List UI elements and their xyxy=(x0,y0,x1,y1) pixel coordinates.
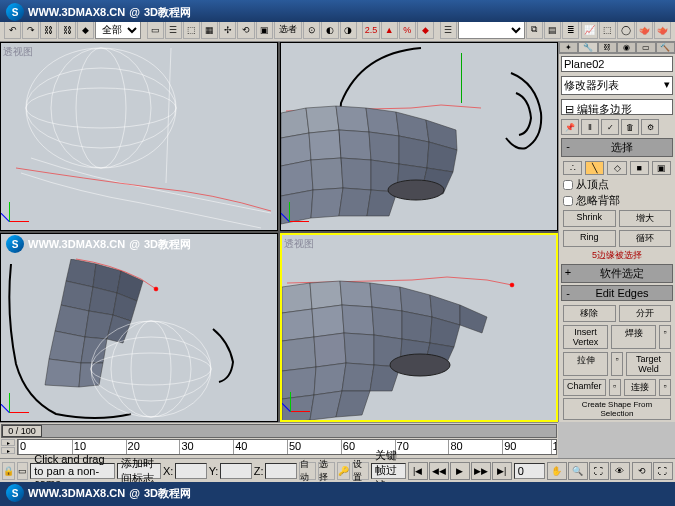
subobj-polygon[interactable]: ■ xyxy=(630,161,649,175)
key-icon[interactable]: 🔑 xyxy=(337,462,350,480)
viewport-bottom-left[interactable] xyxy=(0,233,278,422)
shrink-button[interactable]: Shrink xyxy=(563,210,616,227)
show-end-button[interactable]: Ⅱ xyxy=(581,119,599,135)
goto-start[interactable]: |◀ xyxy=(408,462,428,480)
ignore-backfacing-check[interactable]: 忽略背部 xyxy=(563,193,671,208)
lock-button[interactable]: 🔒 xyxy=(2,462,15,480)
script-listener[interactable]: ▭ xyxy=(17,462,28,480)
viewport-zoom-extents[interactable]: ⛶ xyxy=(589,462,609,480)
modifier-list[interactable]: 修改器列表▾ xyxy=(561,76,673,95)
chamfer-button[interactable]: Chamfer xyxy=(563,379,606,396)
connect-settings[interactable]: ▫ xyxy=(659,379,671,396)
current-frame[interactable]: 0 xyxy=(514,463,545,479)
align-button[interactable]: ▤ xyxy=(544,21,561,39)
undo-button[interactable]: ↶ xyxy=(4,21,21,39)
prev-frame[interactable]: ◀◀ xyxy=(429,462,449,480)
bind-button[interactable]: ◆ xyxy=(77,21,94,39)
tab-utilities[interactable]: 🔨 xyxy=(656,42,675,53)
move-button[interactable]: ✢ xyxy=(219,21,236,39)
viewport-top-right[interactable] xyxy=(280,42,558,231)
z-field[interactable] xyxy=(265,463,296,479)
key-filter[interactable]: 关键帧过滤... xyxy=(371,463,406,479)
viewport-zoom[interactable]: 🔍 xyxy=(568,462,588,480)
grow-button[interactable]: 增大 xyxy=(619,210,672,227)
weld-settings[interactable]: ▫ xyxy=(659,325,671,349)
percent-snap[interactable]: % xyxy=(399,21,416,39)
named-sel-button[interactable]: ☰ xyxy=(440,21,457,39)
time-slider-thumb[interactable]: 0 / 100 xyxy=(2,425,42,437)
track-expand[interactable]: ▸ xyxy=(1,439,15,446)
tab-create[interactable]: ✦ xyxy=(559,42,578,53)
layers-button[interactable]: ≣ xyxy=(562,21,579,39)
target-weld-button[interactable]: Target Weld xyxy=(626,352,671,376)
goto-end[interactable]: ▶| xyxy=(492,462,512,480)
link-button[interactable]: ⛓ xyxy=(40,21,57,39)
viewport-orbit[interactable]: ⟲ xyxy=(632,462,652,480)
curve-editor-button[interactable]: 📈 xyxy=(581,21,598,39)
ref-coord-button[interactable]: 选者 xyxy=(274,21,303,39)
extrude-button[interactable]: 拉伸 xyxy=(563,352,608,376)
quick-render-button[interactable]: 🫖 xyxy=(654,21,671,39)
tab-hierarchy[interactable]: ⛓ xyxy=(598,42,617,53)
subobj-border[interactable]: ◇ xyxy=(607,161,626,175)
snap-toggle[interactable]: 2.5 xyxy=(362,21,379,39)
rollout-soft-selection[interactable]: +软件选定 xyxy=(561,264,673,283)
schematic-button[interactable]: ⬚ xyxy=(599,21,616,39)
ring-button[interactable]: Ring xyxy=(563,230,616,247)
mirror-button[interactable]: ⧉ xyxy=(526,21,543,39)
manipulate-button[interactable]: ◐ xyxy=(321,21,338,39)
remove-mod-button[interactable]: 🗑 xyxy=(621,119,639,135)
extrude-settings[interactable]: ▫ xyxy=(611,352,623,376)
play[interactable]: ▶ xyxy=(450,462,470,480)
next-frame[interactable]: ▶▶ xyxy=(471,462,491,480)
unique-button[interactable]: ✓ xyxy=(601,119,619,135)
render-scene-button[interactable]: 🫖 xyxy=(636,21,653,39)
subobj-edge[interactable]: ╲ xyxy=(585,161,604,175)
scale-button[interactable]: ▣ xyxy=(256,21,273,39)
weld-button[interactable]: 焊接 xyxy=(611,325,656,349)
keymode-button[interactable]: ◑ xyxy=(340,21,357,39)
select-button[interactable]: ▭ xyxy=(147,21,164,39)
configure-button[interactable]: ⚙ xyxy=(641,119,659,135)
modifier-stack[interactable]: ⊟ 编辑多边形 ◁顶点 ◁边 ◁边界 ◁多边形 ◁元素 xyxy=(561,99,673,115)
subobj-element[interactable]: ▣ xyxy=(652,161,671,175)
window-crossing-button[interactable]: ▦ xyxy=(201,21,218,39)
named-selection-set[interactable] xyxy=(458,21,525,39)
auto-key-button[interactable]: 自动 xyxy=(299,462,316,480)
set-mode-button[interactable]: 选择 xyxy=(318,462,335,480)
create-shape-button[interactable]: Create Shape From Selection xyxy=(563,398,671,420)
material-button[interactable]: ◯ xyxy=(617,21,634,39)
add-time-tag[interactable]: 添加时间标志 xyxy=(117,463,161,479)
rollout-edit-edges[interactable]: -Edit Edges xyxy=(561,285,673,301)
rotate-button[interactable]: ⟲ xyxy=(237,21,254,39)
split-button[interactable]: 分开 xyxy=(619,305,672,322)
time-slider[interactable]: 0 / 100 xyxy=(1,424,557,438)
unlink-button[interactable]: ⛓ xyxy=(58,21,75,39)
viewport-maximize[interactable]: ⛶ xyxy=(653,462,673,480)
by-vertex-check[interactable]: 从顶点 xyxy=(563,177,671,192)
track-collapse[interactable]: ▸ xyxy=(1,447,15,454)
object-name-field[interactable]: Plane02 xyxy=(561,56,673,72)
viewport-fov[interactable]: 👁 xyxy=(610,462,630,480)
x-field[interactable] xyxy=(175,463,206,479)
set-key-button[interactable]: 设置 xyxy=(352,462,369,480)
tab-display[interactable]: ▭ xyxy=(636,42,655,53)
use-center-button[interactable]: ⊙ xyxy=(303,21,320,39)
connect-button[interactable]: 连接 xyxy=(624,379,656,396)
y-field[interactable] xyxy=(220,463,251,479)
stack-edit-poly[interactable]: ⊟ 编辑多边形 xyxy=(563,101,671,115)
tab-motion[interactable]: ◉ xyxy=(617,42,636,53)
selection-filter[interactable]: 全部 xyxy=(95,21,141,39)
chamfer-settings[interactable]: ▫ xyxy=(609,379,621,396)
select-region-button[interactable]: ⬚ xyxy=(183,21,200,39)
select-name-button[interactable]: ☰ xyxy=(165,21,182,39)
pin-stack-button[interactable]: 📌 xyxy=(561,119,579,135)
remove-button[interactable]: 移除 xyxy=(563,305,616,322)
viewport-top-left[interactable]: 透视图 xyxy=(0,42,278,231)
tab-modify[interactable]: 🔧 xyxy=(578,42,597,53)
spinner-snap[interactable]: ◆ xyxy=(417,21,434,39)
subobj-vertex[interactable]: ∴ xyxy=(563,161,582,175)
viewport-pan[interactable]: ✋ xyxy=(547,462,567,480)
insert-vertex-button[interactable]: Insert Vertex xyxy=(563,325,608,349)
redo-button[interactable]: ↷ xyxy=(22,21,39,39)
